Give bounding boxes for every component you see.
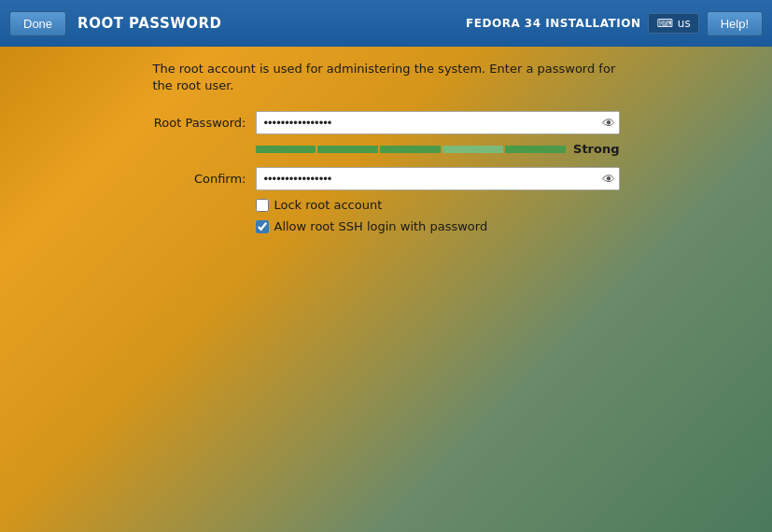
strength-bar: [256, 146, 567, 153]
allow-ssh-label[interactable]: Allow root SSH login with password: [274, 219, 488, 233]
confirm-password-toggle-visibility[interactable]: 👁: [602, 173, 615, 186]
root-password-row: Root Password: 👁: [153, 111, 620, 134]
keyboard-icon: ⌨: [656, 17, 672, 30]
topbar-left: Done ROOT PASSWORD: [9, 11, 222, 36]
help-button[interactable]: Help!: [707, 11, 763, 36]
topbar: Done ROOT PASSWORD FEDORA 34 INSTALLATIO…: [0, 0, 772, 47]
strength-segment-1: [256, 146, 316, 153]
confirm-label: Confirm:: [153, 172, 256, 186]
description-text: The root account is used for administeri…: [153, 61, 620, 94]
topbar-right: FEDORA 34 INSTALLATION ⌨ us Help!: [466, 11, 763, 36]
confirm-password-input[interactable]: [256, 167, 620, 190]
page-title: ROOT PASSWORD: [77, 15, 221, 32]
lock-root-checkbox[interactable]: [256, 199, 269, 212]
root-password-input[interactable]: [256, 111, 620, 134]
confirm-input-wrap: 👁: [256, 167, 620, 190]
lock-root-row: Lock root account: [256, 198, 620, 212]
keyboard-layout-label: us: [678, 17, 691, 30]
strength-segment-3: [380, 146, 441, 153]
strength-segment-5: [505, 146, 566, 153]
confirm-password-row: Confirm: 👁: [153, 167, 620, 190]
lock-root-label[interactable]: Lock root account: [274, 198, 383, 212]
strength-segment-2: [317, 146, 378, 153]
strength-segment-4: [442, 146, 503, 153]
app-title: FEDORA 34 INSTALLATION: [466, 17, 640, 30]
root-password-label: Root Password:: [153, 116, 256, 130]
root-password-toggle-visibility[interactable]: 👁: [602, 117, 615, 130]
content-area: The root account is used for administeri…: [0, 47, 772, 532]
strength-row: Strong: [256, 142, 620, 156]
allow-ssh-checkbox[interactable]: [256, 220, 269, 233]
keyboard-indicator[interactable]: ⌨ us: [648, 13, 698, 34]
allow-ssh-row: Allow root SSH login with password: [256, 219, 620, 233]
form-container: The root account is used for administeri…: [153, 61, 620, 532]
done-button[interactable]: Done: [9, 11, 66, 36]
root-password-input-wrap: 👁: [256, 111, 620, 134]
strength-label: Strong: [573, 142, 619, 156]
